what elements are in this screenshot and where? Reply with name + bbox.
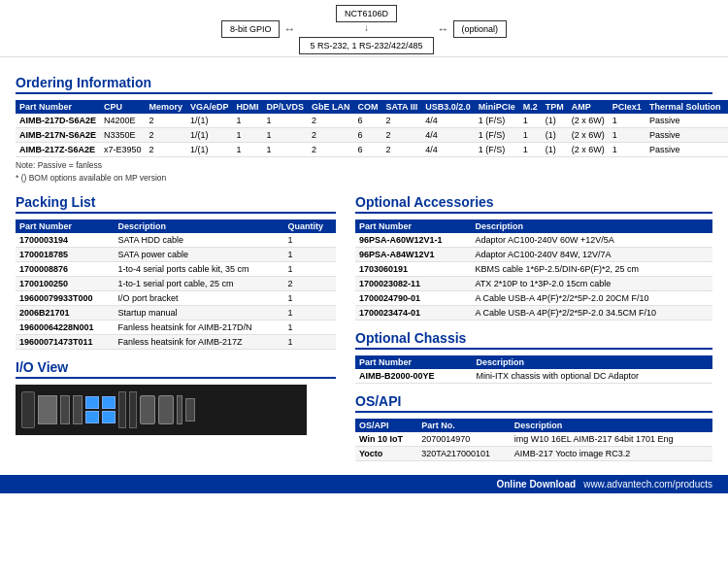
ordering-cell: 1: [263, 128, 308, 143]
diagram-rs232: 5 RS-232, 1 RS-232/422/485: [299, 37, 433, 54]
ordering-cell: 1/(1): [186, 114, 233, 128]
ordering-cell: 1: [519, 128, 542, 143]
ordering-col-header: Part Number: [16, 100, 100, 114]
packing-cell: 19600064228N001: [16, 321, 114, 335]
accessories-cell: A Cable USB-A 4P(F)*2/2*5P-2.0 34.5CM F/…: [471, 306, 712, 321]
ordering-row: AIMB-217Z-S6A2Ex7-E395021/(1)112624/41 (…: [16, 143, 728, 157]
accessories-cell: Adaptor AC100-240V 84W, 12V/7A: [471, 248, 712, 262]
osapi-row: Yocto320TA217000101AIMB-217 Yocto image …: [355, 447, 712, 461]
packing-cell: 1-to-1 serial port cable, 25 cm: [114, 277, 283, 291]
ordering-cell: 1: [609, 128, 645, 143]
port-eth2: [158, 395, 174, 424]
right-column: Optional Accessories Part NumberDescript…: [355, 185, 712, 461]
ordering-cell: (2 x 6W): [568, 128, 609, 143]
osapi-cell: Yocto: [355, 447, 417, 461]
ordering-cell: N4200E: [100, 114, 146, 128]
osapi-row: Win 10 IoT2070014970img W10 16EL AIMB-21…: [355, 432, 712, 447]
two-col-layout: Packing List Part NumberDescriptionQuant…: [16, 185, 712, 461]
ordering-cell: (2 x 6W): [568, 114, 609, 128]
ordering-cell: 2: [308, 114, 354, 128]
packing-row: 17000088761-to-4 serial ports cable kit,…: [16, 262, 336, 277]
ordering-cell: (1): [542, 128, 568, 143]
packing-cell: I/O port bracket: [114, 291, 283, 306]
packing-row: 1700003194SATA HDD cable1: [16, 233, 336, 248]
ordering-cell: 4/4: [421, 143, 475, 157]
ordering-col-header: CPU: [100, 100, 146, 114]
bottom-bar: Online Download www.advantech.com/produc…: [0, 475, 728, 493]
osapi-col-header: Part No.: [417, 419, 511, 432]
main-content: Ordering Information Part NumberCPUMemor…: [0, 57, 728, 467]
ordering-row: AIMB-217D-S6A2EN4200E21/(1)112624/41 (F/…: [16, 114, 728, 128]
ordering-cell: AIMB-217D-S6A2E: [16, 114, 100, 128]
accessories-col-header: Description: [471, 219, 712, 233]
ordering-cell: 1: [609, 143, 645, 157]
accessories-cell: 1700023474-01: [355, 306, 471, 321]
packing-cell: 1: [284, 321, 336, 335]
ordering-note2: * () BOM options available on MP version: [16, 173, 712, 183]
accessories-cell: ATX 2*10P to 1*3P-2.0 15cm cable: [471, 277, 712, 291]
port-audio: [118, 391, 126, 428]
packing-col-header: Quantity: [284, 219, 336, 233]
ordering-cell: Passive: [645, 128, 725, 143]
ordering-cell: 1: [233, 143, 263, 157]
ordering-col-header: DP/LVDS: [263, 100, 308, 114]
ordering-title: Ordering Information: [16, 75, 712, 94]
packing-cell: Fanless heatsink for AIMB-217D/N: [114, 321, 283, 335]
bottom-bar-url: www.advantech.com/products: [583, 479, 712, 490]
ordering-cell: 0 ~ 60° C: [724, 128, 728, 143]
diagram-section: 8-bit GPIO ↔ NCT6106D ↓ 5 RS-232, 1 RS-2…: [0, 0, 728, 57]
ordering-cell: 1: [263, 114, 308, 128]
ordering-cell: 2: [381, 128, 421, 143]
packing-col-header: Part Number: [16, 219, 114, 233]
packing-row: 19600064228N001Fanless heatsink for AIMB…: [16, 321, 336, 335]
ordering-col-header: VGA/eDP: [186, 100, 233, 114]
ordering-cell: 4/4: [421, 128, 475, 143]
ordering-cell: -20 ~ 70° C: [724, 143, 728, 157]
chassis-col-header: Part Number: [355, 355, 473, 369]
packing-table: Part NumberDescriptionQuantity 170000319…: [16, 219, 336, 350]
packing-cell: 1: [284, 335, 336, 350]
accessories-row: 1700023082-11ATX 2*10P to 1*3P-2.0 15cm …: [355, 277, 712, 291]
chassis-cell: AIMB-B2000-00YE: [355, 369, 473, 384]
packing-title: Packing List: [16, 194, 336, 214]
accessories-cell: A Cable USB-A 4P(F)*2/2*5P-2.0 20CM F/10: [471, 291, 712, 306]
bottom-bar-label: Online Download: [496, 479, 576, 490]
optional-accessories-title: Optional Accessories: [355, 194, 712, 214]
ordering-cell: 2: [146, 143, 187, 157]
ordering-cell: N3350E: [100, 128, 146, 143]
port-usb3-3: [102, 396, 116, 409]
osapi-cell: Win 10 IoT: [355, 432, 417, 447]
ordering-col-header: SATA III: [381, 100, 421, 114]
accessories-cell: 96PSA-A60W12V1-1: [355, 233, 471, 248]
ordering-col-header: PCIex1: [609, 100, 645, 114]
ordering-cell: x7-E3950: [100, 143, 146, 157]
accessories-cell: Adaptor AC100-240V 60W +12V/5A: [471, 233, 712, 248]
ordering-cell: 2: [308, 143, 354, 157]
ordering-cell: 0 ~ 60° C: [724, 114, 728, 128]
packing-cell: SATA power cable: [114, 248, 283, 262]
accessories-cell: 1700023082-11: [355, 277, 471, 291]
ordering-cell: (2 x 6W): [568, 143, 609, 157]
accessories-row: 96PSA-A60W12V1-1Adaptor AC100-240V 60W +…: [355, 233, 712, 248]
ordering-cell: 6: [353, 143, 381, 157]
ordering-note1: Note: Passive = fanless: [16, 160, 712, 170]
ordering-cell: Passive: [645, 114, 725, 128]
ordering-col-header: COM: [353, 100, 381, 114]
optional-accessories-table: Part NumberDescription 96PSA-A60W12V1-1A…: [355, 219, 712, 321]
ordering-cell: Passive: [645, 143, 725, 157]
port-usb-stack: [85, 396, 99, 423]
diagram-arrow-down: ↓: [364, 22, 369, 33]
optional-chassis-title: Optional Chassis: [355, 330, 712, 350]
packing-row: 19600079933T000I/O port bracket1: [16, 291, 336, 306]
ordering-col-header: HDMI: [233, 100, 263, 114]
packing-cell: 1-to-4 serial ports cable kit, 35 cm: [114, 262, 283, 277]
ordering-col-header: TPM: [542, 100, 568, 114]
packing-cell: 1700008876: [16, 262, 114, 277]
osapi-cell: 320TA217000101: [417, 447, 511, 461]
ordering-row: AIMB-217N-S6A2EN3350E21/(1)112624/41 (F/…: [16, 128, 728, 143]
ordering-cell: 4/4: [421, 114, 475, 128]
ordering-col-header: GbE LAN: [308, 100, 354, 114]
osapi-title: OS/API: [355, 393, 712, 413]
ordering-cell: (1): [542, 114, 568, 128]
ordering-cell: 1: [519, 114, 542, 128]
